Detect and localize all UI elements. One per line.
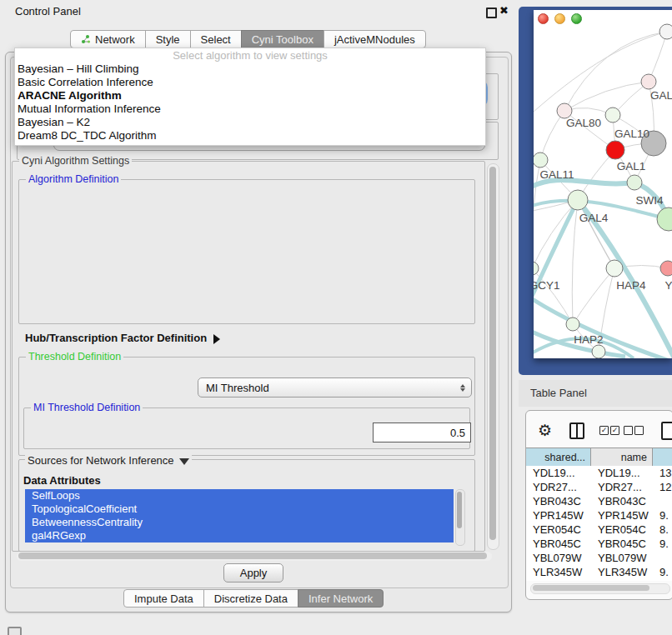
dropdown-item[interactable]: Mutual Information Inference	[15, 102, 485, 116]
table-cell: 9	[653, 579, 672, 581]
select-all-checkbox-icon[interactable]: ✓	[599, 426, 609, 435]
sources-group-toggle[interactable]: Sources for Network Inference	[25, 454, 192, 467]
split-view-icon[interactable]	[569, 422, 584, 439]
attribute-item[interactable]: TopologicalCoefficient	[25, 502, 454, 516]
node-label: Y	[664, 279, 672, 292]
dropdown-placeholder: Select algorithm to view settings	[15, 49, 485, 62]
network-node[interactable]	[657, 208, 672, 231]
table-toolbar: ⚙ ✓ ✓	[526, 419, 672, 444]
column-header[interactable]: A	[653, 448, 672, 467]
table-row[interactable]: YBL079WYBL079W	[526, 551, 672, 565]
network-node[interactable]	[534, 152, 548, 168]
table-cell: 9.	[653, 565, 672, 579]
network-node[interactable]	[606, 141, 624, 159]
hub-definition-toggle[interactable]: Hub/Transcription Factor Definition	[25, 332, 220, 344]
tab-network[interactable]: Network	[70, 30, 146, 48]
network-node[interactable]	[605, 108, 620, 122]
apply-button[interactable]: Apply	[223, 563, 283, 582]
data-attributes-list[interactable]: SelfLoopsTopologicalCoefficientBetweenne…	[25, 489, 454, 544]
network-edge[interactable]	[572, 200, 578, 324]
dropdown-item[interactable]: Dream8 DC_TDC Algorithm	[15, 129, 485, 142]
table-cell: 13	[653, 466, 672, 480]
tab-select[interactable]: Select	[190, 30, 242, 48]
network-node[interactable]	[534, 262, 539, 275]
table-row[interactable]: YDR27...YDR27...12	[526, 480, 672, 494]
attribute-item[interactable]: gal4RGexp	[25, 529, 454, 542]
deselect-all-checkbox-icon[interactable]	[624, 426, 633, 435]
network-node[interactable]	[592, 345, 605, 358]
gear-icon[interactable]: ⚙	[538, 421, 552, 440]
table-cell: YLR345W	[591, 565, 653, 579]
network-node[interactable]	[627, 175, 642, 190]
collapsed-arrow-icon	[213, 334, 220, 344]
network-node[interactable]	[566, 318, 579, 331]
tab-jactivemnodules[interactable]: jActiveMNodules	[323, 30, 426, 48]
tab-cyni-toolbox[interactable]: Cyni Toolbox	[241, 30, 324, 48]
table-cell: YBR045C	[526, 537, 591, 551]
table-row[interactable]: YLR345WYLR345W9.	[526, 565, 672, 579]
mac-zoom-icon[interactable]	[571, 13, 582, 24]
node-label: GAL	[650, 89, 672, 102]
settings-horizontal-scrollbar[interactable]	[17, 552, 492, 561]
export-table-icon[interactable]	[661, 422, 672, 440]
network-node[interactable]	[660, 261, 672, 276]
network-edge[interactable]	[534, 180, 634, 188]
tab-style[interactable]: Style	[145, 30, 191, 48]
table-row[interactable]: YBR045CYBR045C9.	[526, 537, 672, 551]
close-icon[interactable]: ✖	[499, 4, 509, 17]
combo-arrows-icon	[460, 384, 465, 392]
network-canvas[interactable]: GALGAL80GAL10GAL1GAL11SWI4GAL4GCY1HAP4YH…	[534, 10, 672, 358]
table-row[interactable]: YDL19...YDL19...13	[526, 466, 672, 480]
settings-vertical-scrollbar[interactable]	[487, 163, 499, 550]
tab-infer-network[interactable]: Infer Network	[298, 589, 384, 608]
table-horizontal-scrollbar[interactable]	[530, 583, 670, 594]
cyni-sub-tab-bar: Impute DataDiscretize DataInfer Network	[123, 589, 384, 608]
table-cell: 9.	[653, 508, 672, 522]
attributes-list-scrollbar[interactable]	[455, 489, 465, 546]
attribute-item[interactable]: SelfLoops	[25, 489, 454, 502]
network-edge[interactable]	[540, 111, 564, 160]
dropdown-item[interactable]: Bayesian – Hill Climbing	[15, 62, 485, 76]
dropdown-item[interactable]: Bayesian – K2	[15, 116, 485, 129]
select-all-checkbox-icon[interactable]: ✓	[610, 426, 619, 435]
settings-group-title: Cyni Algorithm Settings	[19, 155, 132, 167]
network-graph[interactable]: GALGAL80GAL10GAL1GAL11SWI4GAL4GCY1HAP4YH…	[534, 10, 672, 358]
network-node[interactable]	[606, 260, 623, 277]
node-label: HAP4	[616, 279, 646, 292]
attribute-item[interactable]: BetweennessCentrality	[25, 516, 454, 529]
float-window-icon[interactable]	[486, 8, 497, 18]
threshold-definition-title: Threshold Definition	[26, 351, 123, 362]
network-node[interactable]	[641, 74, 656, 89]
table-cell: YLR345W	[526, 565, 591, 579]
table-cell: 12	[653, 480, 672, 494]
dropdown-item[interactable]: Basic Correlation Inference	[15, 76, 485, 89]
threshold-combo-value: MI Threshold	[206, 382, 269, 394]
dropdown-item[interactable]: ARACNE Algorithm	[15, 89, 485, 102]
table-row[interactable]: YBR043CYBR043C	[526, 494, 672, 508]
algorithm-dropdown-list: Select algorithm to view settings Bayesi…	[14, 48, 486, 146]
network-edge[interactable]	[534, 32, 667, 112]
table-cell: YDR27...	[526, 480, 591, 494]
tab-discretize-data[interactable]: Discretize Data	[203, 589, 298, 608]
network-node[interactable]	[659, 24, 672, 39]
table-row[interactable]: YPR145WYPR145W9.	[526, 508, 672, 522]
node-label: SWI4	[635, 194, 663, 207]
table-row[interactable]: YER054CYER054C8.	[526, 522, 672, 537]
mac-minimize-icon[interactable]	[554, 13, 565, 24]
mi-threshold-field[interactable]: 0.5	[373, 422, 471, 442]
threshold-combo[interactable]: MI Threshold	[198, 378, 472, 398]
column-header[interactable]: name	[591, 448, 653, 467]
deselect-all-checkbox-icon[interactable]	[634, 426, 644, 435]
minimized-window-icon[interactable]	[8, 627, 22, 635]
table-cell: YIL052C	[591, 579, 653, 581]
network-edge[interactable]	[649, 32, 667, 82]
control-panel-title: Control Panel	[15, 5, 81, 18]
mac-close-icon[interactable]	[538, 13, 549, 24]
tab-impute-data[interactable]: Impute Data	[123, 589, 204, 608]
network-edge[interactable]	[564, 82, 649, 111]
table-row[interactable]: YIL052CYIL052C9	[526, 579, 672, 581]
node-label: GAL11	[539, 168, 574, 181]
column-header[interactable]: shared...	[526, 448, 591, 467]
node-label: GAL80	[566, 117, 601, 129]
network-node[interactable]	[568, 190, 588, 210]
